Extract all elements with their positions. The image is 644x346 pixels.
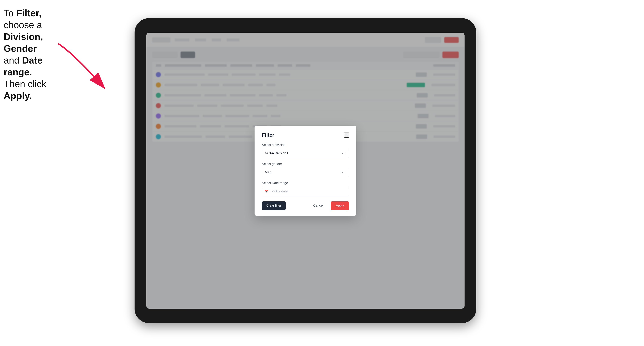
gender-value: Men: [265, 171, 340, 174]
modal-header: Filter ×: [262, 132, 349, 138]
arrow-indicator: [53, 40, 129, 98]
instruction-line3: and Date range.: [4, 55, 42, 77]
instruction-line1: To Filter, choose a: [4, 8, 42, 30]
date-form-group: Select Date range 📅 Pick a date: [262, 181, 349, 196]
modal-title: Filter: [262, 132, 274, 138]
gender-select-icons: × ⌄: [342, 171, 347, 174]
division-label: Select a division: [262, 143, 349, 147]
gender-label: Select gender: [262, 162, 349, 166]
modal-footer-right: Cancel Apply: [309, 201, 349, 210]
tablet-frame: Filter × Select a division NCAA Division…: [134, 18, 476, 323]
modal-close-button[interactable]: ×: [344, 133, 349, 138]
cancel-button[interactable]: Cancel: [309, 201, 328, 210]
division-arrow-icon: ⌄: [344, 152, 347, 155]
gender-select[interactable]: Men × ⌄: [262, 168, 349, 177]
division-select[interactable]: NCAA Division I × ⌄: [262, 149, 349, 158]
date-placeholder: Pick a date: [272, 189, 288, 193]
division-form-group: Select a division NCAA Division I × ⌄: [262, 143, 349, 158]
division-clear-icon[interactable]: ×: [342, 152, 343, 155]
division-value: NCAA Division I: [265, 151, 340, 155]
division-select-icons: × ⌄: [342, 152, 347, 155]
calendar-icon: 📅: [264, 189, 268, 193]
gender-form-group: Select gender Men × ⌄: [262, 162, 349, 177]
clear-filter-button[interactable]: Clear filter: [262, 201, 286, 210]
date-input[interactable]: Pick a date: [262, 187, 349, 196]
tablet-screen: Filter × Select a division NCAA Division…: [146, 33, 464, 309]
date-label: Select Date range: [262, 181, 349, 185]
apply-button[interactable]: Apply: [331, 201, 349, 210]
modal-footer: Clear filter Cancel Apply: [262, 201, 349, 210]
instruction-line2: Division, Gender: [4, 31, 43, 54]
date-input-wrapper: 📅 Pick a date: [262, 187, 349, 196]
instruction-block: To Filter, choose a Division, Gender and…: [4, 7, 62, 102]
gender-arrow-icon: ⌄: [344, 171, 347, 174]
filter-modal: Filter × Select a division NCAA Division…: [254, 126, 356, 216]
gender-clear-icon[interactable]: ×: [342, 171, 343, 174]
modal-overlay: Filter × Select a division NCAA Division…: [146, 33, 464, 309]
instruction-line4: Then click Apply.: [4, 79, 46, 101]
